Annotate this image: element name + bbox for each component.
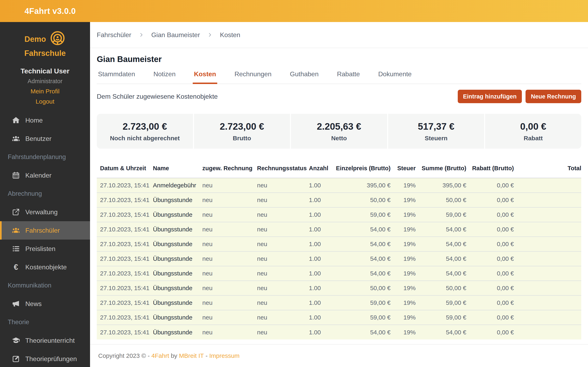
edit-icon bbox=[11, 355, 20, 363]
breadcrumb-item-2[interactable]: Gian Baumeister bbox=[151, 31, 200, 39]
chevron-right-icon bbox=[139, 32, 144, 38]
tab-dokumente[interactable]: Dokumente bbox=[377, 70, 413, 83]
cell-status: neu bbox=[257, 222, 309, 237]
cell-unit_price: 395,00 € bbox=[331, 178, 390, 193]
cell-sum: 54,00 € bbox=[416, 222, 466, 237]
external-link-icon bbox=[11, 208, 20, 216]
cell-name: Übungsstunde bbox=[153, 310, 202, 325]
cell-total: 54,00 € bbox=[514, 325, 581, 340]
sidebar-item-verwaltung[interactable]: Verwaltung bbox=[0, 203, 90, 221]
cell-name: Übungsstunde bbox=[153, 251, 202, 266]
table-row[interactable]: 27.10.2023, 15:41Übungsstundeneuneu1.005… bbox=[97, 207, 581, 222]
cell-status: neu bbox=[257, 281, 309, 295]
sidebar-item-label: Theorieprüfungen bbox=[25, 355, 77, 363]
toolbar: Dem Schüler zugewiesene Kostenobjekte Ei… bbox=[97, 90, 581, 103]
steering-wheel-icon bbox=[50, 30, 66, 49]
cell-datetime: 27.10.2023, 15:41 bbox=[97, 237, 153, 251]
tab-rabatte[interactable]: Rabatte bbox=[336, 70, 361, 83]
main-area: FahrschülerGian BaumeisterKosten Gian Ba… bbox=[90, 22, 588, 367]
cell-unit_price: 54,00 € bbox=[331, 222, 390, 237]
cell-invoice: neu bbox=[202, 251, 257, 266]
cell-datetime: 27.10.2023, 15:41 bbox=[97, 178, 153, 193]
cell-unit_price: 59,00 € bbox=[331, 310, 390, 325]
cell-discount: 0,00 € bbox=[466, 266, 514, 281]
cell-qty: 1.00 bbox=[309, 251, 331, 266]
table-row[interactable]: 27.10.2023, 15:41Übungsstundeneuneu1.005… bbox=[97, 222, 581, 237]
sidebar: Demo Fahrschule Technical User Administr… bbox=[0, 22, 90, 367]
footer-company-link[interactable]: MBreit IT bbox=[179, 352, 204, 359]
cell-qty: 1.00 bbox=[309, 178, 331, 193]
cell-unit_price: 54,00 € bbox=[331, 237, 390, 251]
cell-discount: 0,00 € bbox=[466, 193, 514, 207]
table-row[interactable]: 27.10.2023, 15:41Anmeldegebührneuneu1.00… bbox=[97, 178, 581, 193]
cell-tax: 19% bbox=[390, 237, 416, 251]
summary-card-4: 517,37 €Steuern bbox=[388, 114, 484, 149]
summary-value: 2.723,00 € bbox=[220, 121, 264, 132]
summary-value: 517,37 € bbox=[418, 121, 454, 132]
user-role: Administrator bbox=[0, 78, 90, 85]
cell-total: 395,00 € bbox=[514, 178, 581, 193]
cell-invoice: neu bbox=[202, 178, 257, 193]
graduation-cap-icon bbox=[11, 336, 20, 345]
logo-line1: Demo bbox=[25, 34, 46, 44]
sidebar-item-fahrschüler[interactable]: Fahrschüler bbox=[0, 221, 90, 240]
summary-card-5: 0,00 €Rabatt bbox=[485, 114, 581, 149]
cell-tax: 19% bbox=[390, 251, 416, 266]
sidebar-item-label: Home bbox=[25, 117, 43, 124]
column-header: Rechnungsstatus bbox=[257, 155, 309, 178]
sidebar-item-preislisten[interactable]: Preislisten bbox=[0, 240, 90, 258]
sidebar-item-theorieprüfungen[interactable]: Theorieprüfungen bbox=[0, 350, 90, 367]
cell-datetime: 27.10.2023, 15:41 bbox=[97, 251, 153, 266]
footer: Copyright 2023 © - 4Fahrt by MBreit IT -… bbox=[90, 344, 588, 367]
tab-rechnungen[interactable]: Rechnungen bbox=[233, 70, 273, 83]
tab-kosten[interactable]: Kosten bbox=[193, 70, 217, 83]
cell-total: 54,00 € bbox=[514, 251, 581, 266]
cell-datetime: 27.10.2023, 15:41 bbox=[97, 207, 153, 222]
sidebar-item-theorieunterricht[interactable]: Theorieunterricht bbox=[0, 331, 90, 350]
sidebar-item-label: News bbox=[25, 300, 42, 308]
logout-link[interactable]: Logout bbox=[0, 98, 90, 105]
summary-value: 0,00 € bbox=[520, 121, 546, 132]
cell-qty: 1.00 bbox=[309, 222, 331, 237]
list-icon bbox=[11, 245, 20, 253]
sidebar-item-kostenobjekte[interactable]: €Kostenobjekte bbox=[0, 258, 90, 276]
my-profile-link[interactable]: Mein Profil bbox=[0, 88, 90, 95]
footer-app-link[interactable]: 4Fahrt bbox=[151, 352, 169, 359]
cell-name: Übungsstunde bbox=[153, 295, 202, 310]
cell-datetime: 27.10.2023, 15:41 bbox=[97, 325, 153, 340]
sidebar-item-benutzer[interactable]: Benutzer bbox=[0, 129, 90, 148]
cell-unit_price: 50,00 € bbox=[331, 193, 390, 207]
cell-invoice: neu bbox=[202, 207, 257, 222]
sidebar-item-news[interactable]: News bbox=[0, 295, 90, 313]
tab-notizen[interactable]: Notizen bbox=[152, 70, 177, 83]
cell-sum: 59,00 € bbox=[416, 295, 466, 310]
new-invoice-button[interactable]: Neue Rechnung bbox=[526, 90, 581, 103]
sidebar-item-label: Theorieunterricht bbox=[25, 337, 75, 344]
sidebar-section-fahrstundenplanung: Fahrstundenplanung bbox=[0, 148, 90, 166]
cost-table: Datum & UhrzeitNamezugew. RechnungRechnu… bbox=[97, 155, 581, 340]
tab-stammdaten[interactable]: Stammdaten bbox=[97, 70, 136, 83]
cell-tax: 19% bbox=[390, 178, 416, 193]
add-entry-button[interactable]: Eintrag hinzufügen bbox=[458, 90, 522, 103]
sidebar-item-label: Kostenobjekte bbox=[25, 263, 67, 271]
column-header: Steuer bbox=[390, 155, 416, 178]
summary-label: Brutto bbox=[233, 135, 251, 142]
school-logo[interactable]: Demo Fahrschule bbox=[0, 30, 90, 58]
breadcrumb-item-1[interactable]: Fahrschüler bbox=[97, 31, 131, 39]
sidebar-item-kalender[interactable]: Kalender bbox=[0, 166, 90, 184]
cell-status: neu bbox=[257, 266, 309, 281]
footer-imprint-link[interactable]: Impressum bbox=[209, 352, 240, 359]
table-row[interactable]: 27.10.2023, 15:41Übungsstundeneuneu1.005… bbox=[97, 237, 581, 251]
tab-guthaben[interactable]: Guthaben bbox=[289, 70, 320, 83]
table-row[interactable]: 27.10.2023, 15:41Übungsstundeneuneu1.005… bbox=[97, 251, 581, 266]
table-row[interactable]: 27.10.2023, 15:41Übungsstundeneuneu1.005… bbox=[97, 193, 581, 207]
sidebar-item-home[interactable]: Home bbox=[0, 111, 90, 129]
table-row[interactable]: 27.10.2023, 15:41Übungsstundeneuneu1.005… bbox=[97, 281, 581, 295]
table-row[interactable]: 27.10.2023, 15:41Übungsstundeneuneu1.005… bbox=[97, 295, 581, 310]
cell-discount: 0,00 € bbox=[466, 325, 514, 340]
table-row[interactable]: 27.10.2023, 15:41Übungsstundeneuneu1.005… bbox=[97, 325, 581, 340]
cell-invoice: neu bbox=[202, 310, 257, 325]
cell-invoice: neu bbox=[202, 325, 257, 340]
table-row[interactable]: 27.10.2023, 15:41Übungsstundeneuneu1.005… bbox=[97, 310, 581, 325]
table-row[interactable]: 27.10.2023, 15:41Übungsstundeneuneu1.005… bbox=[97, 266, 581, 281]
